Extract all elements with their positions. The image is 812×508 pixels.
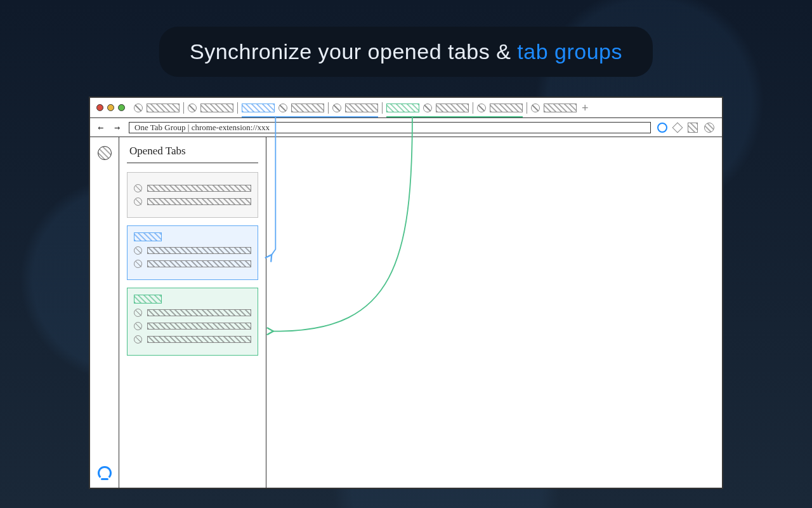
extension-icon[interactable] bbox=[688, 123, 698, 133]
traffic-light-icon[interactable] bbox=[107, 104, 114, 111]
list-item[interactable] bbox=[134, 309, 251, 317]
browser-tab[interactable] bbox=[345, 104, 378, 112]
tab-group-indicator-blue bbox=[242, 116, 378, 117]
browser-tab[interactable] bbox=[490, 104, 523, 112]
list-item[interactable] bbox=[134, 246, 251, 255]
tab-separator bbox=[183, 102, 184, 114]
tab-favicon-icon[interactable] bbox=[134, 104, 143, 112]
left-gutter bbox=[90, 137, 119, 488]
tab-title-placeholder bbox=[147, 336, 251, 343]
favicon-icon bbox=[134, 197, 142, 206]
browser-tab[interactable] bbox=[544, 104, 577, 112]
opened-tabs-panel: Opened Tabs bbox=[119, 137, 266, 488]
tab-favicon-icon[interactable] bbox=[423, 104, 432, 112]
tab-separator bbox=[473, 102, 473, 114]
traffic-light-icon[interactable] bbox=[118, 104, 125, 111]
tab-group-card-blue[interactable] bbox=[127, 225, 258, 280]
favicon-icon bbox=[134, 322, 142, 330]
browser-tab[interactable] bbox=[147, 104, 180, 112]
main-canvas bbox=[266, 137, 722, 488]
tab-title-placeholder bbox=[147, 247, 251, 254]
url-bar[interactable]: One Tab Group | chrome-extension://xxx bbox=[129, 122, 651, 133]
group-label-icon bbox=[134, 295, 162, 304]
tab-favicon-icon[interactable] bbox=[188, 104, 197, 112]
browser-tab[interactable] bbox=[436, 104, 469, 112]
tab-favicon-icon[interactable] bbox=[477, 104, 486, 112]
traffic-lights[interactable] bbox=[96, 104, 125, 111]
tab-title-placeholder bbox=[147, 309, 251, 316]
tab-separator bbox=[328, 102, 329, 114]
extension-icon[interactable] bbox=[704, 123, 714, 133]
headline-text-accent: tab groups bbox=[517, 39, 622, 64]
tab-favicon-icon[interactable] bbox=[332, 104, 341, 112]
onetab-extension-icon[interactable] bbox=[657, 123, 667, 133]
headline-pill: Synchronize your opened tabs & tab group… bbox=[159, 27, 653, 77]
browser-tab[interactable] bbox=[291, 104, 324, 112]
tab-group-blue[interactable] bbox=[242, 104, 275, 112]
extension-icon[interactable] bbox=[672, 122, 683, 133]
tabstrip: + bbox=[90, 98, 722, 118]
list-item[interactable] bbox=[134, 197, 251, 206]
traffic-light-icon[interactable] bbox=[96, 104, 103, 111]
divider bbox=[127, 163, 258, 163]
tab-separator bbox=[527, 102, 527, 114]
content-area: Opened Tabs bbox=[90, 137, 722, 488]
list-item[interactable] bbox=[134, 335, 251, 344]
browser-tab[interactable] bbox=[200, 104, 233, 112]
list-item[interactable] bbox=[134, 260, 251, 268]
sidebar-toggle-icon[interactable] bbox=[98, 146, 112, 160]
tab-favicon-icon[interactable] bbox=[278, 104, 287, 112]
app-logo-icon bbox=[98, 466, 112, 480]
tab-separator bbox=[382, 102, 383, 114]
headline-text-pre: Synchronize your opened tabs & bbox=[190, 39, 517, 64]
tab-title-placeholder bbox=[147, 185, 251, 192]
tab-group-indicator-green bbox=[386, 116, 523, 117]
favicon-icon bbox=[134, 309, 142, 317]
new-tab-button[interactable]: + bbox=[582, 102, 589, 114]
tab-group-card-green[interactable] bbox=[127, 288, 258, 356]
favicon-icon bbox=[134, 184, 142, 192]
panel-title: Opened Tabs bbox=[119, 145, 266, 163]
favicon-icon bbox=[134, 246, 142, 255]
tab-title-placeholder bbox=[147, 198, 251, 205]
list-item[interactable] bbox=[134, 184, 251, 192]
tab-title-placeholder bbox=[147, 260, 251, 267]
tab-card[interactable] bbox=[127, 172, 258, 218]
browser-toolbar: ← → One Tab Group | chrome-extension://x… bbox=[90, 118, 722, 137]
favicon-icon bbox=[134, 335, 142, 344]
favicon-icon bbox=[134, 260, 142, 268]
list-item[interactable] bbox=[134, 322, 251, 330]
tab-group-green[interactable] bbox=[386, 104, 419, 112]
tab-title-placeholder bbox=[147, 323, 251, 330]
nav-back-forward[interactable]: ← → bbox=[98, 122, 122, 133]
tab-favicon-icon[interactable] bbox=[531, 104, 540, 112]
browser-window: + ← → One Tab Group | chrome-extension:/… bbox=[89, 97, 723, 489]
tab-separator bbox=[237, 102, 238, 114]
group-label-icon bbox=[134, 232, 162, 241]
